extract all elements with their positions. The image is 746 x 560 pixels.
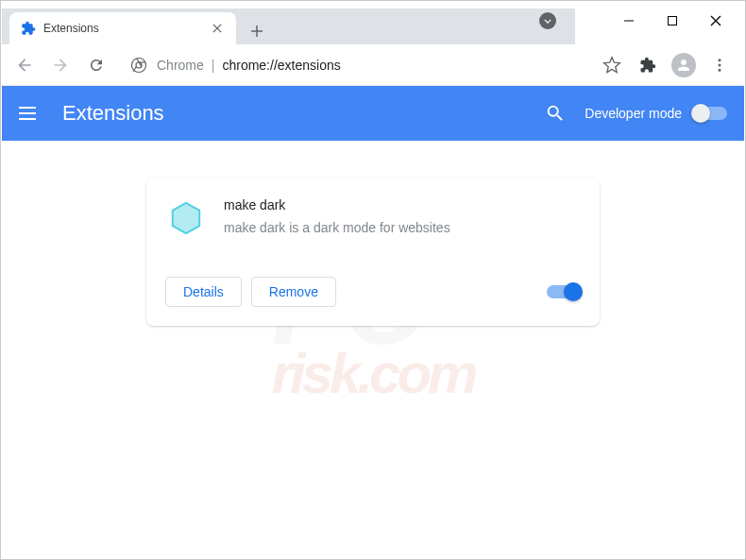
reload-button[interactable]: [81, 50, 111, 80]
extensions-header: Extensions Developer mode: [2, 86, 744, 141]
chrome-icon: [130, 57, 147, 74]
minimize-button[interactable]: [607, 7, 651, 35]
tab-search-button[interactable]: [539, 12, 556, 29]
svg-marker-16: [173, 203, 200, 233]
kebab-menu-icon[interactable]: [706, 52, 733, 78]
tab-strip: Extensions: [2, 8, 575, 44]
remove-button[interactable]: Remove: [251, 277, 336, 307]
hamburger-menu-icon[interactable]: [19, 100, 45, 127]
extension-name: make dark: [224, 197, 581, 212]
browser-window: Extensions Chrome |: [0, 0, 746, 560]
omnibox-text: Chrome | chrome://extensions: [157, 58, 341, 73]
toolbar-actions: [599, 52, 737, 78]
extensions-puzzle-icon[interactable]: [635, 52, 661, 78]
maximize-button[interactable]: [651, 7, 694, 35]
forward-button[interactable]: [45, 50, 76, 80]
extension-card: make dark make dark is a dark mode for w…: [146, 178, 600, 326]
new-tab-button[interactable]: [244, 18, 270, 44]
browser-tab[interactable]: Extensions: [9, 12, 236, 44]
svg-point-14: [719, 63, 721, 66]
search-icon[interactable]: [543, 101, 568, 126]
extension-icon: [165, 197, 207, 239]
omnibox-path: chrome://extensions: [222, 58, 340, 73]
address-bar[interactable]: Chrome | chrome://extensions: [117, 51, 593, 79]
toolbar: Chrome | chrome://extensions: [2, 44, 744, 86]
close-window-button[interactable]: [694, 7, 738, 35]
page-title: Extensions: [62, 101, 543, 126]
svg-point-13: [719, 59, 721, 61]
extension-description: make dark is a dark mode for websites: [224, 220, 581, 235]
svg-rect-1: [669, 17, 677, 25]
details-button[interactable]: Details: [165, 277, 242, 307]
developer-mode-toggle[interactable]: [693, 107, 727, 120]
extension-enable-toggle[interactable]: [547, 285, 581, 298]
puzzle-icon: [21, 21, 36, 36]
back-button[interactable]: [9, 50, 40, 80]
profile-avatar[interactable]: [670, 52, 697, 78]
svg-point-15: [719, 68, 721, 71]
developer-mode-label: Developer mode: [585, 106, 682, 121]
tab-close-icon[interactable]: [210, 21, 225, 36]
extensions-list: make dark make dark is a dark mode for w…: [2, 141, 744, 326]
bookmark-star-icon[interactable]: [599, 52, 625, 78]
omnibox-origin: Chrome: [157, 58, 204, 73]
tab-title: Extensions: [43, 22, 202, 35]
page-content: PC risk.com Extensions Developer mode: [2, 86, 744, 558]
